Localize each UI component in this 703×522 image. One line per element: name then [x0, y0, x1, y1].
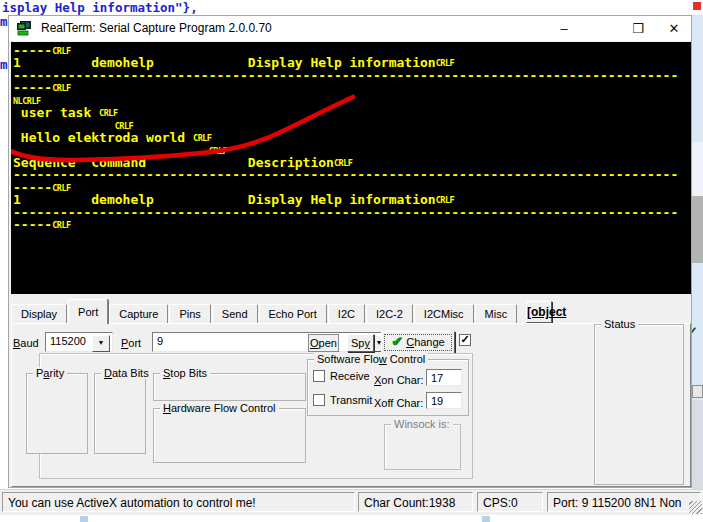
- status-group: Status: [594, 324, 684, 485]
- tab-misc[interactable]: Misc: [475, 304, 518, 324]
- spy-button[interactable]: Spy: [347, 334, 374, 352]
- terminal-line: NLCRLF: [13, 95, 678, 107]
- background-editor-text: isplay Help information"},: [2, 0, 198, 15]
- terminal-text: ----------------------------------------…: [13, 205, 678, 220]
- transmit-label: Transmit: [330, 394, 372, 406]
- window-title: RealTerm: Serial Capture Program 2.0.0.7…: [41, 21, 272, 35]
- receive-label: Receive: [330, 370, 370, 382]
- terminal-line: ----------------------------------------…: [13, 169, 678, 181]
- terminal-line: ----------------------------------------…: [13, 70, 678, 82]
- tab-i2cmisc[interactable]: I2CMisc: [414, 304, 474, 324]
- transmit-checkbox[interactable]: [313, 394, 325, 406]
- background-red-mark: [693, 2, 701, 10]
- control-char-marker: CRLF: [193, 133, 211, 143]
- terminal-line: ----------------------------------------…: [13, 207, 678, 219]
- control-char-marker: CRLF: [52, 220, 70, 230]
- control-char-marker: CRLF: [52, 46, 70, 56]
- title-bar: RealTerm: Serial Capture Program 2.0.0.7…: [9, 16, 691, 41]
- receive-checkbox[interactable]: [313, 370, 325, 382]
- app-icon: [16, 20, 33, 37]
- stop-bits-group-label: Stop Bits: [160, 367, 210, 379]
- control-char-marker: NL: [13, 96, 22, 106]
- data-bits-group: Data Bits: [94, 373, 146, 454]
- xoff-char-label: Xoff Char:: [374, 397, 423, 409]
- terminal-line: -----CRLF: [13, 219, 678, 231]
- open-button[interactable]: Open: [308, 334, 339, 352]
- background-block: [692, 515, 703, 522]
- control-char-marker: CRLF: [52, 183, 70, 193]
- software-flow-group: Software Flow Control Receive Xon Char: …: [307, 359, 469, 416]
- baud-label: Baud: [13, 337, 39, 349]
- stop-bits-group: Stop Bits: [153, 373, 306, 401]
- background-block: [80, 516, 88, 522]
- control-char-marker: CRLF: [22, 96, 40, 106]
- background-block: [692, 400, 703, 489]
- tab-capture[interactable]: Capture: [109, 304, 168, 324]
- software-flow-group-label: Software Flow Control: [314, 353, 428, 365]
- change-on-close-checkbox[interactable]: [459, 334, 471, 346]
- status-group-label: Status: [601, 318, 638, 330]
- control-char-marker: CRLF: [334, 158, 352, 168]
- check-icon: ✔: [391, 334, 402, 349]
- control-char-marker: CRLF: [52, 83, 70, 93]
- hardware-flow-group-label: Hardware Flow Control: [160, 402, 279, 414]
- control-char-marker: CRLF: [436, 195, 454, 205]
- realterm-window: RealTerm: Serial Capture Program 2.0.0.7…: [8, 15, 692, 488]
- tab-send[interactable]: Send: [212, 304, 258, 324]
- data-bits-group-label: Data Bits: [101, 367, 152, 379]
- status-bar: You can use ActiveX automation to contro…: [0, 489, 703, 515]
- tab-port[interactable]: Port: [68, 299, 108, 324]
- change-button-label: Change: [406, 336, 445, 348]
- receive-row: Receive: [313, 369, 370, 383]
- background-text-fragment: m: [0, 57, 8, 72]
- transmit-row: Transmit: [313, 393, 372, 407]
- terminal-line: -----CRLF: [13, 82, 678, 94]
- statusbar-cps: CPS:0: [477, 492, 543, 512]
- tab-i2c-2[interactable]: I2C-2: [366, 304, 413, 324]
- baud-combobox[interactable]: 115200 ▼: [45, 332, 113, 352]
- background-block: [482, 516, 490, 522]
- newline-button[interactable]: [object Object]: [526, 301, 552, 323]
- background-text-fragment: m: [0, 14, 8, 29]
- parity-group: Parity: [26, 373, 88, 454]
- change-button[interactable]: ✔Change: [381, 331, 455, 354]
- terminal-text: -----: [13, 80, 52, 95]
- winsock-group-label: Winsock is:: [391, 418, 453, 430]
- close-button[interactable]: ✕: [659, 16, 689, 41]
- tab-display[interactable]: Display: [11, 304, 67, 324]
- baud-value: 115200: [50, 335, 86, 347]
- terminal-line: user task CRLF: [13, 107, 678, 119]
- background-right-strip: [692, 0, 703, 522]
- xon-char-input[interactable]: [426, 369, 462, 386]
- statusbar-port-info: Port: 9 115200 8N1 Non: [547, 492, 701, 512]
- control-char-marker: CRLF: [209, 146, 227, 156]
- terminal-display[interactable]: -----CRLF1 demohelp Display Help informa…: [11, 42, 691, 294]
- hardware-flow-group: Hardware Flow Control: [153, 408, 306, 463]
- control-char-marker: CRLF: [436, 58, 454, 68]
- xon-char-label: Xon Char:: [374, 374, 424, 386]
- xoff-char-input[interactable]: [426, 392, 462, 409]
- background-window-icon: [692, 385, 703, 398]
- minimize-button[interactable]: –: [549, 16, 579, 41]
- terminal-lines: -----CRLF1 demohelp Display Help informa…: [13, 45, 678, 232]
- terminal-text: -----: [13, 217, 52, 232]
- terminal-text: ----------------------------------------…: [13, 167, 678, 182]
- control-char-marker: CRLF: [99, 108, 117, 118]
- background-scrollbar-thumb: [692, 196, 703, 263]
- statusbar-char-count: Char Count:1938: [358, 492, 473, 512]
- chevron-down-icon[interactable]: ▼: [92, 335, 110, 352]
- resize-grip[interactable]: [689, 501, 702, 514]
- tab-echo-port[interactable]: Echo Port: [259, 304, 327, 324]
- maximize-button[interactable]: ❒: [623, 16, 653, 41]
- background-block: [692, 142, 703, 196]
- terminal-text: ----------------------------------------…: [13, 68, 678, 83]
- parity-group-label: Parity: [33, 367, 67, 379]
- tab-bar: DisplayPortCapturePinsSendEcho PortI2CI2…: [11, 299, 518, 324]
- winsock-group: Winsock is:: [384, 424, 461, 470]
- control-char-marker: CRLF: [115, 121, 133, 131]
- port-label: Port: [121, 337, 141, 349]
- statusbar-hint: You can use ActiveX automation to contro…: [2, 492, 355, 512]
- tab-pins[interactable]: Pins: [169, 304, 210, 324]
- port-value: 9: [157, 335, 163, 347]
- tab-i2c[interactable]: I2C: [328, 304, 365, 324]
